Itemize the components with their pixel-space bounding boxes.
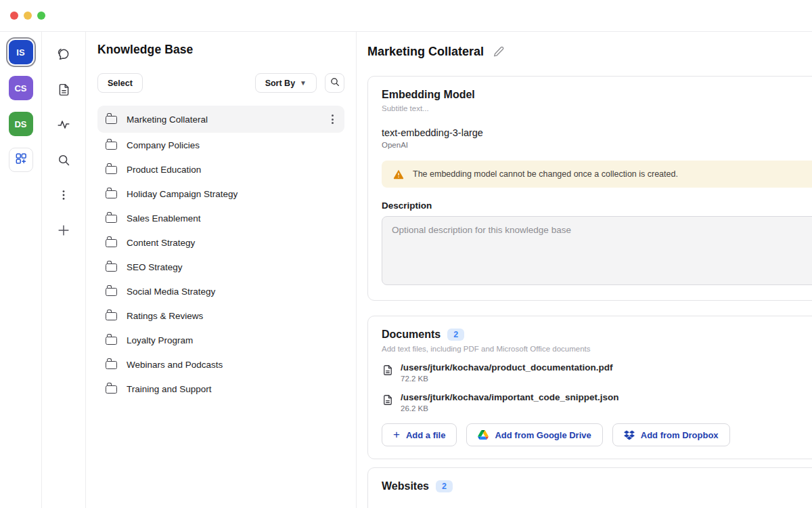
sidebar-item-training-and-support[interactable]: Training and Support — [97, 377, 344, 401]
more-options-icon[interactable] — [55, 188, 72, 203]
documents-icon[interactable] — [55, 82, 72, 97]
embedding-model-subtitle: Subtitle text... — [382, 104, 812, 112]
websites-count-badge: 2 — [436, 480, 453, 492]
websites-card: Websites 2 — [367, 467, 812, 508]
titlebar — [0, 0, 812, 32]
model-provider: OpenAI — [382, 141, 812, 149]
sidebar-item-holiday-campaign-strategy[interactable]: Holiday Campaign Strategy — [97, 182, 344, 206]
sidebar-item-label: Loyalty Program — [127, 335, 193, 345]
sidebar-item-label: Webinars and Podcasts — [127, 360, 223, 370]
sidebar-title: Knowledge Base — [97, 43, 344, 57]
documents-card: Documents 2 Add text files, including PD… — [367, 316, 812, 459]
warning-text: The embedding model cannot be changed on… — [413, 169, 678, 179]
dropbox-icon — [624, 430, 635, 440]
folder-icon — [106, 337, 117, 345]
sidebar-item-sales-enablement[interactable]: Sales Enablement — [97, 206, 344, 230]
websites-title: Websites — [382, 480, 429, 492]
knowledge-base-sidebar: Knowledge Base Select Sort By ▼ — [86, 32, 357, 508]
file-path: /users/jturk/kochava/important_code_snip… — [401, 392, 619, 402]
folder-icon — [106, 116, 117, 124]
folder-icon — [106, 361, 117, 369]
folder-icon — [106, 263, 117, 272]
documents-subtitle: Add text files, including PDF and Micros… — [382, 345, 812, 353]
google-drive-icon — [478, 430, 489, 440]
sidebar-item-label: Ratings & Reviews — [127, 311, 203, 321]
file-icon — [382, 363, 394, 383]
sidebar-item-webinars-and-podcasts[interactable]: Webinars and Podcasts — [97, 352, 344, 377]
folder-icon — [106, 166, 117, 174]
minimize-window-button[interactable] — [24, 12, 32, 20]
sidebar-item-seo-strategy[interactable]: SEO Strategy — [97, 255, 344, 279]
folder-icon — [106, 385, 117, 394]
sidebar-item-marketing-collateral[interactable]: Marketing Collateral — [97, 106, 344, 133]
sidebar-item-social-media-strategy[interactable]: Social Media Strategy — [97, 279, 344, 303]
folder-icon — [106, 142, 117, 150]
embedding-model-card: Embedding Model Subtitle text... text-em… — [367, 76, 812, 301]
add-google-drive-label: Add from Google Drive — [495, 430, 591, 440]
sidebar-item-label: Sales Enablement — [127, 213, 201, 224]
chevron-down-icon: ▼ — [300, 80, 307, 87]
add-file-label: Add a file — [406, 430, 446, 440]
sidebar-item-label: Social Media Strategy — [127, 287, 215, 297]
plus-icon: + — [393, 429, 400, 440]
zoom-window-button[interactable] — [37, 12, 45, 20]
sidebar-item-company-policies[interactable]: Company Policies — [97, 133, 344, 157]
workspace-avatar-cs[interactable]: CS — [9, 76, 33, 100]
add-file-button[interactable]: + Add a file — [382, 423, 457, 446]
add-workspace-button[interactable] — [9, 148, 33, 172]
folder-icon — [106, 288, 117, 296]
add-from-google-drive-button[interactable]: Add from Google Drive — [466, 423, 602, 446]
sidebar-item-label: Training and Support — [127, 384, 212, 394]
file-path: /users/jturk/kochava/product_documentati… — [401, 362, 613, 373]
sidebar-item-loyalty-program[interactable]: Loyalty Program — [97, 328, 344, 352]
sidebar-search-button[interactable] — [325, 73, 344, 93]
sidebar-item-ratings-reviews[interactable]: Ratings & Reviews — [97, 303, 344, 328]
workspace-avatar-ds[interactable]: DS — [9, 112, 33, 136]
documents-title: Documents — [382, 329, 441, 341]
warning-banner: The embedding model cannot be changed on… — [382, 161, 812, 188]
warning-icon — [392, 168, 405, 180]
description-label: Description — [382, 200, 812, 211]
sidebar-item-label: Company Policies — [127, 140, 200, 150]
sort-by-button[interactable]: Sort By ▼ — [255, 73, 317, 93]
file-size: 26.2 KB — [401, 404, 619, 412]
edit-title-button[interactable] — [493, 45, 505, 58]
close-window-button[interactable] — [10, 12, 18, 20]
sidebar-item-label: Content Strategy — [127, 238, 195, 248]
activity-icon[interactable] — [55, 117, 72, 132]
item-menu-icon[interactable] — [329, 112, 336, 127]
search-icon — [330, 77, 340, 90]
chat-icon[interactable] — [55, 47, 72, 62]
model-name: text-embedding-3-large — [382, 127, 812, 138]
app-window: IS CS DS — [0, 0, 812, 508]
file-icon — [382, 393, 394, 412]
nav-rail — [42, 32, 86, 508]
description-input[interactable] — [382, 216, 812, 285]
sidebar-item-content-strategy[interactable]: Content Strategy — [97, 230, 344, 255]
folder-icon — [106, 312, 117, 320]
knowledge-base-list: Marketing Collateral Company Policies Pr… — [97, 106, 344, 401]
workspace-avatar-is[interactable]: IS — [9, 40, 33, 64]
folder-icon — [106, 190, 117, 198]
sidebar-item-label: Product Education — [127, 165, 201, 175]
sort-by-label: Sort By — [265, 79, 295, 88]
file-row[interactable]: /users/jturk/kochava/important_code_snip… — [382, 392, 812, 412]
main-panel: Marketing Collateral Embedding Model Sub… — [357, 32, 812, 508]
sidebar-item-product-education[interactable]: Product Education — [97, 157, 344, 182]
sidebar-item-label: Marketing Collateral — [127, 114, 208, 125]
grid-plus-icon — [14, 152, 28, 168]
select-button[interactable]: Select — [97, 73, 143, 93]
embedding-model-title: Embedding Model — [382, 89, 812, 101]
workspace-rail: IS CS DS — [0, 32, 42, 508]
sidebar-item-label: Holiday Campaign Strategy — [127, 189, 238, 199]
select-button-label: Select — [108, 79, 133, 88]
add-icon[interactable] — [55, 223, 72, 238]
add-from-dropbox-button[interactable]: Add from Dropbox — [612, 423, 730, 446]
add-dropbox-label: Add from Dropbox — [641, 430, 719, 440]
file-row[interactable]: /users/jturk/kochava/product_documentati… — [382, 362, 812, 383]
sidebar-item-label: SEO Strategy — [127, 262, 183, 272]
folder-icon — [106, 215, 117, 223]
search-nav-icon[interactable] — [55, 152, 72, 167]
page-title: Marketing Collateral — [367, 45, 484, 59]
folder-icon — [106, 239, 117, 247]
